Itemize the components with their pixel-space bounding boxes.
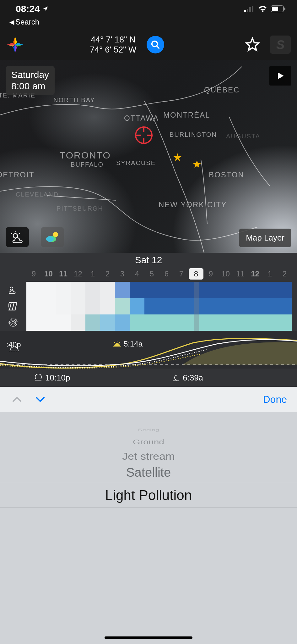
- forecast-cell: [115, 282, 130, 298]
- forecast-cell: [174, 282, 189, 298]
- forecast-cell: [233, 298, 248, 314]
- coordinates[interactable]: 44° 7' 18" N 74° 6' 52" W: [90, 35, 137, 55]
- svg-rect-5: [272, 7, 278, 11]
- hour-tick[interactable]: 1: [262, 269, 277, 278]
- picker-toolbar: Done: [0, 387, 297, 412]
- hour-tick[interactable]: 12: [71, 269, 85, 278]
- city-toronto: TORONTO: [60, 150, 111, 161]
- forecast-cell: [262, 314, 277, 331]
- forecast-cell: [130, 314, 144, 331]
- favorite-button[interactable]: [245, 37, 260, 52]
- sun-cloud-icon: [10, 231, 24, 243]
- forecast-cell: [100, 314, 115, 331]
- hour-tick[interactable]: 9: [26, 269, 41, 278]
- saved-location-star-1[interactable]: ★: [173, 151, 182, 164]
- city-quebec: QUÉBEC: [204, 86, 240, 94]
- hour-tick[interactable]: 5: [144, 269, 159, 278]
- map-layer-label: Map Layer: [246, 233, 284, 242]
- layer-picker-wheel[interactable]: Seeing Ground Jet stream Satellite Light…: [0, 412, 297, 644]
- hour-tick[interactable]: 10: [41, 269, 56, 278]
- app-logo-icon[interactable]: [6, 36, 24, 53]
- forecast-cell: [85, 314, 100, 331]
- forecast-toggle-button[interactable]: [6, 227, 29, 247]
- svg-marker-10: [15, 43, 23, 45]
- hour-tick[interactable]: 11: [233, 269, 248, 278]
- sun-moon-panel: :40p 5:14a: [0, 331, 297, 369]
- hour-tick[interactable]: 8: [189, 268, 203, 280]
- svg-line-22: [19, 233, 20, 234]
- forecast-cell: [130, 298, 144, 314]
- forecast-cell: [71, 298, 85, 314]
- chevron-down-icon: [35, 396, 46, 403]
- forecast-cell: [277, 314, 292, 331]
- forecast-cell: [233, 314, 248, 331]
- svg-line-39: [119, 342, 120, 343]
- moonset-time: 10:10p: [45, 373, 70, 383]
- hour-tick[interactable]: 7: [174, 269, 189, 278]
- svg-point-15: [152, 41, 157, 47]
- timeline-hours[interactable]: 910111212345678910111212: [0, 266, 297, 282]
- timeline-day-header: Sat 12: [0, 253, 297, 266]
- hour-tick[interactable]: 6: [159, 269, 174, 278]
- picker-option[interactable]: Jet stream: [0, 449, 297, 463]
- svg-point-33: [9, 318, 18, 327]
- svg-line-16: [156, 46, 159, 49]
- weather-map[interactable]: QUÉBEC MONTRÉAL OTTAWA BURLINGTON AUGUST…: [0, 60, 297, 253]
- seeing-row-icon[interactable]: [8, 318, 18, 327]
- search-button[interactable]: [147, 36, 164, 53]
- svg-line-28: [9, 303, 11, 310]
- picker-next-button[interactable]: [33, 392, 47, 406]
- forecast-cell: [218, 298, 233, 314]
- svg-rect-2: [249, 7, 251, 12]
- picker-done-button[interactable]: Done: [263, 394, 287, 405]
- picker-option[interactable]: Satellite: [0, 464, 297, 481]
- forecast-cell: [218, 282, 233, 298]
- saved-location-star-2[interactable]: ★: [192, 158, 202, 170]
- location-crosshair-icon: [135, 126, 153, 144]
- picker-option-selected[interactable]: Light Pollution: [0, 483, 297, 508]
- forecast-cell: [71, 314, 85, 331]
- city-northbay: NORTH BAY: [53, 97, 95, 104]
- svg-point-30: [12, 321, 14, 324]
- forecast-row: [26, 298, 297, 314]
- forecast-cell: [203, 314, 218, 331]
- transparency-row-icon[interactable]: [8, 302, 18, 311]
- forecast-cell: [115, 298, 130, 314]
- cell-signal-icon: [244, 6, 255, 12]
- picker-option[interactable]: Seeing: [0, 427, 297, 433]
- forecast-cell: [85, 282, 100, 298]
- sun-curve-chart: [0, 331, 297, 372]
- s-button[interactable]: S: [270, 36, 291, 54]
- play-icon: [275, 71, 285, 81]
- hour-tick[interactable]: 3: [115, 269, 130, 278]
- map-play-button[interactable]: [269, 66, 291, 86]
- svg-rect-0: [244, 10, 246, 12]
- hour-tick[interactable]: 2: [277, 269, 292, 278]
- hour-tick[interactable]: 4: [130, 269, 144, 278]
- daylight-toggle-button[interactable]: [41, 227, 64, 247]
- battery-icon: [271, 5, 286, 12]
- svg-rect-1: [247, 9, 248, 12]
- forecast-row: [26, 314, 297, 331]
- hour-tick[interactable]: 2: [100, 269, 115, 278]
- search-icon: [151, 40, 160, 49]
- hour-tick[interactable]: 11: [56, 269, 71, 278]
- forecast-cell: [218, 314, 233, 331]
- chevron-left-icon: ◀: [9, 18, 14, 26]
- svg-marker-18: [278, 72, 284, 79]
- back-to-search[interactable]: ◀ Search: [0, 18, 297, 29]
- picker-prev-button[interactable]: [10, 392, 24, 406]
- map-layer-button[interactable]: Map Layer: [239, 229, 291, 247]
- svg-line-21: [11, 233, 12, 234]
- hour-tick[interactable]: 1: [85, 269, 100, 278]
- cloud-row-icon[interactable]: [8, 285, 19, 295]
- forecast-cell: [277, 282, 292, 298]
- forecast-rows[interactable]: [26, 282, 297, 331]
- sunrise-time-row: 5:14a: [113, 340, 143, 348]
- hour-tick[interactable]: 9: [203, 269, 218, 278]
- svg-point-25: [46, 236, 54, 242]
- home-indicator[interactable]: [105, 636, 192, 639]
- hour-tick[interactable]: 12: [248, 269, 262, 278]
- picker-option[interactable]: Ground: [0, 437, 297, 447]
- hour-tick[interactable]: 10: [218, 269, 233, 278]
